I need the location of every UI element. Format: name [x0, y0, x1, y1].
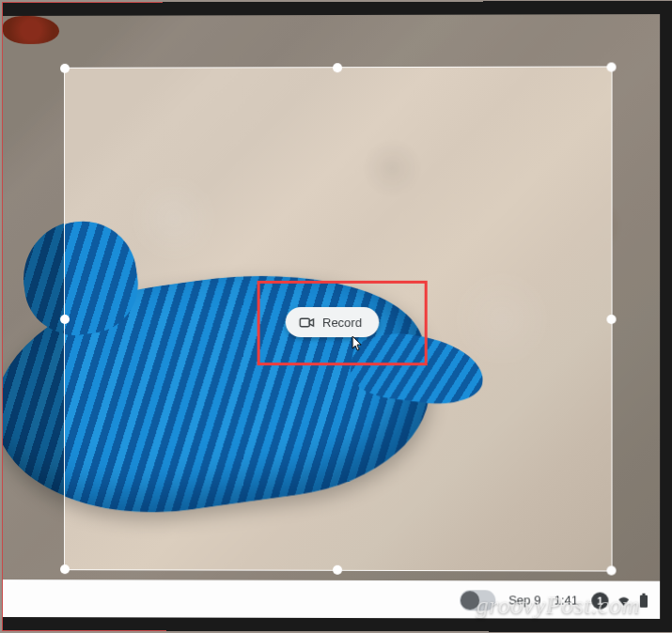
resize-handle-bottom-middle[interactable]	[333, 565, 342, 575]
screen: Record Sep 9 1:41 1	[3, 14, 660, 619]
svg-rect-2	[642, 593, 645, 594]
svg-rect-0	[300, 318, 309, 327]
resize-handle-bottom-right[interactable]	[606, 565, 616, 575]
resize-handle-top-left[interactable]	[60, 64, 70, 73]
resize-handle-top-middle[interactable]	[333, 63, 342, 72]
watermark-text: groovyPost.com	[477, 592, 640, 620]
resize-handle-top-right[interactable]	[606, 62, 616, 71]
monitor-bezel: Record Sep 9 1:41 1	[3, 1, 672, 632]
svg-rect-1	[640, 594, 648, 607]
videocam-icon	[299, 314, 315, 330]
cursor-pointer-icon	[350, 335, 365, 354]
record-button-label: Record	[322, 315, 362, 329]
record-button[interactable]: Record	[286, 307, 380, 337]
resize-handle-middle-left[interactable]	[60, 314, 70, 323]
battery-icon	[639, 593, 649, 608]
resize-handle-middle-right[interactable]	[606, 314, 616, 323]
resize-handle-bottom-left[interactable]	[60, 564, 70, 574]
